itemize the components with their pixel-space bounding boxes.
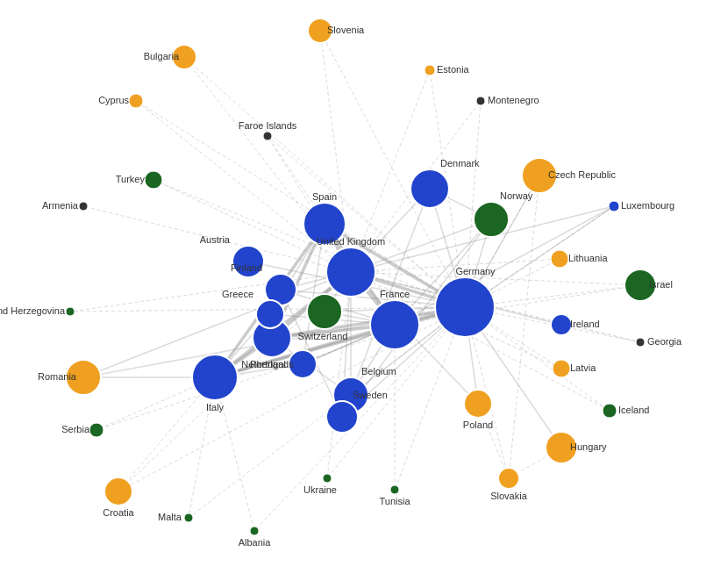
node-serbia[interactable]	[89, 423, 103, 437]
node-greece[interactable]	[256, 300, 284, 328]
node-malta[interactable]	[184, 513, 193, 522]
label-bosnia-and-herzegovina: Bosnia and Herzegovina	[0, 305, 66, 316]
node-estonia[interactable]	[425, 65, 435, 75]
network-visualization: United KingdomGermanyFranceSpainItalyNet…	[0, 0, 728, 588]
network-svg: United KingdomGermanyFranceSpainItalyNet…	[0, 0, 728, 588]
node-norway[interactable]	[474, 202, 509, 237]
label-montenegro: Montenegro	[488, 95, 539, 105]
node-croatia[interactable]	[104, 477, 132, 506]
label-malta: Malta	[158, 512, 182, 522]
label-estonia: Estonia	[437, 64, 470, 75]
node-latvia[interactable]	[553, 360, 570, 377]
node-slovakia[interactable]	[498, 468, 519, 489]
label-armenia: Armenia	[42, 200, 79, 211]
node-tunisia[interactable]	[390, 485, 399, 494]
node-portugal[interactable]	[289, 350, 317, 378]
node-iceland[interactable]	[603, 404, 617, 418]
node-faroe-islands[interactable]	[263, 132, 272, 140]
label-iceland: Iceland	[618, 405, 649, 415]
node-israel[interactable]	[625, 269, 656, 301]
node-turkey[interactable]	[145, 171, 162, 189]
peripheral-edge	[465, 101, 481, 307]
label-turkey: Turkey	[116, 174, 146, 184]
node-slovenia[interactable]	[308, 18, 332, 43]
node-ukraine[interactable]	[323, 474, 332, 483]
node-united-kingdom[interactable]	[326, 247, 375, 297]
peripheral-edge	[351, 70, 430, 272]
node-denmark[interactable]	[410, 169, 449, 208]
label-denmark: Denmark	[440, 158, 480, 169]
node-italy[interactable]	[192, 355, 238, 400]
label-lithuania: Lithuania	[568, 253, 609, 263]
node-ireland[interactable]	[551, 314, 572, 335]
node-luxembourg[interactable]	[609, 201, 619, 212]
label-cyprus: Cyprus	[98, 95, 129, 105]
label-ukraine: Ukraine	[303, 484, 337, 495]
label-tunisia: Tunisia	[379, 496, 410, 506]
label-ireland: Ireland	[570, 319, 600, 329]
node-armenia[interactable]	[79, 202, 88, 211]
node-czech-republic[interactable]	[522, 158, 557, 193]
label-luxembourg: Luxembourg	[621, 200, 674, 211]
node-austria[interactable]	[232, 246, 264, 277]
node-lithuania[interactable]	[551, 250, 568, 268]
label-slovakia: Slovakia	[490, 491, 527, 501]
peripheral-edge	[215, 377, 254, 531]
node-switzerland[interactable]	[307, 294, 342, 329]
label-latvia: Latvia	[570, 362, 596, 373]
node-sweden[interactable]	[326, 401, 358, 433]
label-georgia: Georgia	[647, 336, 682, 347]
node-bosnia-and-herzegovina[interactable]	[66, 307, 75, 316]
node-hungary[interactable]	[546, 432, 577, 463]
node-france[interactable]	[370, 300, 419, 349]
node-montenegro[interactable]	[476, 97, 485, 105]
label-faroe-islands: Faroe Islands	[239, 120, 297, 131]
label-albania: Albania	[239, 537, 272, 548]
node-cyprus[interactable]	[129, 94, 143, 108]
node-romania[interactable]	[66, 360, 101, 395]
node-georgia[interactable]	[636, 338, 645, 347]
node-poland[interactable]	[464, 390, 492, 418]
node-bulgaria[interactable]	[172, 45, 196, 69]
node-spain[interactable]	[303, 203, 346, 245]
node-germany[interactable]	[435, 277, 495, 337]
label-czech-republic: Czech Republic	[548, 169, 617, 180]
label-greece: Greece	[222, 289, 253, 299]
node-albania[interactable]	[250, 527, 259, 535]
label-serbia: Serbia	[61, 424, 90, 434]
label-croatia: Croatia	[103, 507, 134, 518]
